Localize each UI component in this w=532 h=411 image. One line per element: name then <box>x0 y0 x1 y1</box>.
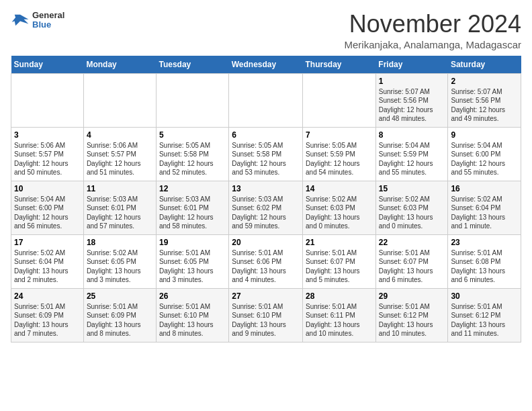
week-row-5: 24Sunrise: 5:01 AM Sunset: 6:09 PM Dayli… <box>11 288 521 342</box>
day-info: Sunrise: 5:01 AM Sunset: 6:05 PM Dayligh… <box>159 248 226 285</box>
day-info: Sunrise: 5:01 AM Sunset: 6:11 PM Dayligh… <box>306 302 373 338</box>
calendar-cell: 20Sunrise: 5:01 AM Sunset: 6:06 PM Dayli… <box>229 234 303 288</box>
calendar-cell: 9Sunrise: 5:04 AM Sunset: 6:00 PM Daylig… <box>448 127 521 181</box>
day-info: Sunrise: 5:01 AM Sunset: 6:07 PM Dayligh… <box>306 248 373 285</box>
day-info: Sunrise: 5:01 AM Sunset: 6:08 PM Dayligh… <box>451 248 518 285</box>
calendar-cell: 25Sunrise: 5:01 AM Sunset: 6:09 PM Dayli… <box>83 288 156 342</box>
calendar-cell: 22Sunrise: 5:01 AM Sunset: 6:07 PM Dayli… <box>375 234 448 288</box>
day-number: 19 <box>159 238 226 247</box>
calendar-cell: 15Sunrise: 5:02 AM Sunset: 6:03 PM Dayli… <box>375 181 448 234</box>
day-number: 24 <box>14 291 81 301</box>
day-info: Sunrise: 5:01 AM Sunset: 6:09 PM Dayligh… <box>87 302 153 338</box>
calendar-cell: 29Sunrise: 5:01 AM Sunset: 6:12 PM Dayli… <box>375 288 448 342</box>
calendar-cell: 1Sunrise: 5:07 AM Sunset: 5:56 PM Daylig… <box>375 73 448 127</box>
day-number: 13 <box>232 184 300 193</box>
day-info: Sunrise: 5:01 AM Sunset: 6:10 PM Dayligh… <box>159 302 226 338</box>
day-number: 18 <box>87 238 153 247</box>
day-info: Sunrise: 5:07 AM Sunset: 5:56 PM Dayligh… <box>379 87 445 124</box>
weekday-header-wednesday: Wednesday <box>229 56 303 74</box>
calendar-cell: 8Sunrise: 5:04 AM Sunset: 5:59 PM Daylig… <box>375 127 448 181</box>
day-number: 15 <box>379 184 445 193</box>
day-info: Sunrise: 5:07 AM Sunset: 5:56 PM Dayligh… <box>451 87 518 124</box>
week-row-1: 1Sunrise: 5:07 AM Sunset: 5:56 PM Daylig… <box>11 73 521 127</box>
calendar-cell <box>11 73 84 127</box>
logo-bird-icon <box>11 13 30 28</box>
weekday-header-friday: Friday <box>375 56 448 74</box>
day-info: Sunrise: 5:05 AM Sunset: 5:58 PM Dayligh… <box>159 141 226 177</box>
calendar-cell: 17Sunrise: 5:02 AM Sunset: 6:04 PM Dayli… <box>11 234 84 288</box>
day-number: 20 <box>232 238 300 247</box>
day-number: 22 <box>379 238 445 247</box>
day-number: 7 <box>306 130 373 140</box>
location-title: Merikanjaka, Analamanga, Madagascar <box>345 39 521 50</box>
day-number: 29 <box>379 291 445 301</box>
day-info: Sunrise: 5:03 AM Sunset: 6:02 PM Dayligh… <box>232 195 300 231</box>
day-info: Sunrise: 5:03 AM Sunset: 6:01 PM Dayligh… <box>159 195 226 231</box>
calendar-cell: 14Sunrise: 5:02 AM Sunset: 6:03 PM Dayli… <box>303 181 376 234</box>
day-number: 26 <box>159 291 226 301</box>
calendar-cell: 27Sunrise: 5:01 AM Sunset: 6:10 PM Dayli… <box>229 288 303 342</box>
day-info: Sunrise: 5:03 AM Sunset: 6:01 PM Dayligh… <box>87 195 153 231</box>
calendar-cell: 4Sunrise: 5:06 AM Sunset: 5:57 PM Daylig… <box>83 127 156 181</box>
calendar-cell <box>229 73 303 127</box>
day-info: Sunrise: 5:05 AM Sunset: 5:58 PM Dayligh… <box>232 141 300 177</box>
day-number: 9 <box>451 130 518 140</box>
calendar-cell: 7Sunrise: 5:05 AM Sunset: 5:59 PM Daylig… <box>303 127 376 181</box>
day-info: Sunrise: 5:02 AM Sunset: 6:03 PM Dayligh… <box>306 195 373 231</box>
calendar-cell: 5Sunrise: 5:05 AM Sunset: 5:58 PM Daylig… <box>156 127 228 181</box>
day-info: Sunrise: 5:06 AM Sunset: 5:57 PM Dayligh… <box>14 141 81 177</box>
day-number: 10 <box>14 184 81 193</box>
day-number: 2 <box>451 77 518 86</box>
day-number: 5 <box>159 130 226 140</box>
calendar-cell: 3Sunrise: 5:06 AM Sunset: 5:57 PM Daylig… <box>11 127 84 181</box>
weekday-header-row: SundayMondayTuesdayWednesdayThursdayFrid… <box>11 56 521 74</box>
day-info: Sunrise: 5:01 AM Sunset: 6:10 PM Dayligh… <box>232 302 300 338</box>
calendar-cell <box>156 73 228 127</box>
calendar-cell: 16Sunrise: 5:02 AM Sunset: 6:04 PM Dayli… <box>448 181 521 234</box>
day-info: Sunrise: 5:04 AM Sunset: 6:00 PM Dayligh… <box>14 195 81 231</box>
day-info: Sunrise: 5:01 AM Sunset: 6:07 PM Dayligh… <box>379 248 445 285</box>
calendar-cell: 28Sunrise: 5:01 AM Sunset: 6:11 PM Dayli… <box>303 288 376 342</box>
day-number: 17 <box>14 238 81 247</box>
calendar-cell: 23Sunrise: 5:01 AM Sunset: 6:08 PM Dayli… <box>448 234 521 288</box>
day-number: 21 <box>306 238 373 247</box>
day-info: Sunrise: 5:04 AM Sunset: 5:59 PM Dayligh… <box>379 141 445 177</box>
day-info: Sunrise: 5:01 AM Sunset: 6:12 PM Dayligh… <box>379 302 445 338</box>
day-number: 16 <box>451 184 518 193</box>
day-number: 25 <box>87 291 153 301</box>
calendar-cell: 26Sunrise: 5:01 AM Sunset: 6:10 PM Dayli… <box>156 288 228 342</box>
day-number: 11 <box>87 184 153 193</box>
logo-blue: Blue <box>32 20 64 30</box>
calendar-cell: 30Sunrise: 5:01 AM Sunset: 6:12 PM Dayli… <box>448 288 521 342</box>
calendar-cell: 21Sunrise: 5:01 AM Sunset: 6:07 PM Dayli… <box>303 234 376 288</box>
day-number: 23 <box>451 238 518 247</box>
day-info: Sunrise: 5:04 AM Sunset: 6:00 PM Dayligh… <box>451 141 518 177</box>
weekday-header-sunday: Sunday <box>11 56 84 74</box>
page-header: General Blue November 2024 Merikanjaka, … <box>11 11 521 50</box>
calendar-cell: 6Sunrise: 5:05 AM Sunset: 5:58 PM Daylig… <box>229 127 303 181</box>
weekday-header-monday: Monday <box>83 56 156 74</box>
title-section: November 2024 Merikanjaka, Analamanga, M… <box>345 11 521 50</box>
day-info: Sunrise: 5:02 AM Sunset: 6:03 PM Dayligh… <box>379 195 445 231</box>
day-number: 3 <box>14 130 81 140</box>
calendar-cell: 12Sunrise: 5:03 AM Sunset: 6:01 PM Dayli… <box>156 181 228 234</box>
day-info: Sunrise: 5:02 AM Sunset: 6:04 PM Dayligh… <box>451 195 518 231</box>
day-number: 14 <box>306 184 373 193</box>
month-title: November 2024 <box>345 11 521 38</box>
calendar-cell: 10Sunrise: 5:04 AM Sunset: 6:00 PM Dayli… <box>11 181 84 234</box>
calendar-cell: 11Sunrise: 5:03 AM Sunset: 6:01 PM Dayli… <box>83 181 156 234</box>
day-number: 6 <box>232 130 300 140</box>
logo: General Blue <box>11 11 64 30</box>
day-info: Sunrise: 5:01 AM Sunset: 6:06 PM Dayligh… <box>232 248 300 285</box>
day-info: Sunrise: 5:06 AM Sunset: 5:57 PM Dayligh… <box>87 141 153 177</box>
calendar-cell: 19Sunrise: 5:01 AM Sunset: 6:05 PM Dayli… <box>156 234 228 288</box>
day-info: Sunrise: 5:02 AM Sunset: 6:04 PM Dayligh… <box>14 248 81 285</box>
day-number: 27 <box>232 291 300 301</box>
day-number: 30 <box>451 291 518 301</box>
day-info: Sunrise: 5:01 AM Sunset: 6:09 PM Dayligh… <box>14 302 81 338</box>
day-number: 1 <box>379 77 445 86</box>
weekday-header-thursday: Thursday <box>303 56 376 74</box>
day-number: 28 <box>306 291 373 301</box>
calendar-cell: 24Sunrise: 5:01 AM Sunset: 6:09 PM Dayli… <box>11 288 84 342</box>
day-info: Sunrise: 5:05 AM Sunset: 5:59 PM Dayligh… <box>306 141 373 177</box>
